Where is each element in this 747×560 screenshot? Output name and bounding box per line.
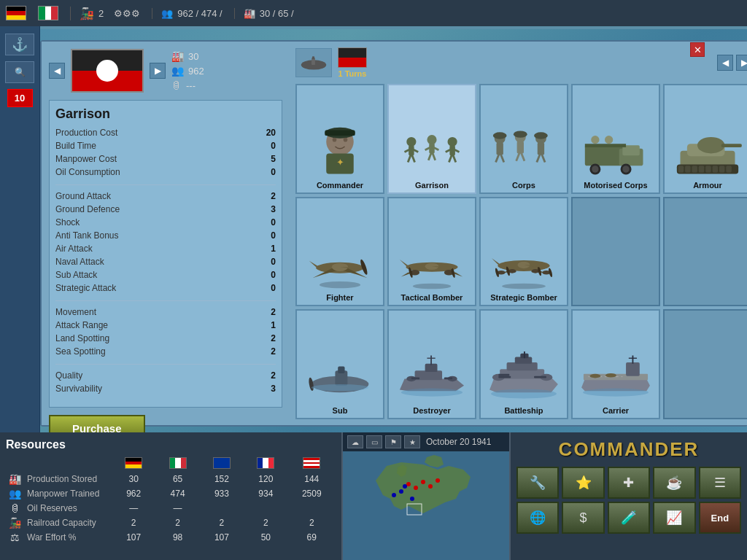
minimap-section: ☁ ▭ ⚑ ★ October 20 1941 — [343, 432, 511, 560]
resources-title: Resources — [6, 438, 336, 451]
minimap-canvas[interactable] — [343, 451, 509, 560]
unit-cell-armour-label: Armour — [693, 181, 722, 190]
unit-cell-motorised-label: Motorised Corps — [584, 181, 647, 190]
svg-point-101 — [401, 389, 462, 397]
res-ger: 962 — [112, 486, 155, 501]
minimap-star-btn[interactable]: ★ — [404, 435, 420, 448]
resources-row: 🛢 Oil Reserves — — — [6, 501, 336, 516]
res-icon: ⚖ — [10, 532, 20, 543]
svg-point-29 — [493, 132, 507, 139]
cmd-btn-end-turn[interactable]: End — [699, 502, 741, 534]
air-attack-value: 1 — [271, 242, 276, 255]
next-page-button[interactable]: ▶ — [736, 55, 747, 71]
svg-point-122 — [406, 482, 411, 486]
svg-point-129 — [410, 497, 414, 501]
res-ita: 474 — [155, 486, 199, 501]
motorised-image — [576, 125, 656, 179]
unit-cell-battleship[interactable]: Battleship — [479, 309, 568, 419]
train-icon: 🚂 — [80, 7, 94, 20]
resources-row: 🚂 Railroad Capacity 2 2 2 2 2 — [6, 516, 336, 530]
cmd-btn-health[interactable]: ✚ — [608, 467, 650, 499]
unit-cell-destroyer[interactable]: Destroyer — [387, 309, 476, 419]
res-fr: 2 — [244, 516, 287, 530]
res-us — [288, 501, 336, 516]
unit-cell-armour[interactable]: Armour — [663, 84, 747, 194]
air-attack-label: Air Attack — [55, 242, 93, 255]
manpower-stat-icon: 👥 — [171, 65, 184, 77]
armour-image — [667, 125, 747, 179]
resources-row: ⚖ War Effort % 107 98 107 50 69 — [6, 530, 336, 545]
prev-nation-button[interactable]: ◀ — [49, 63, 65, 79]
cmd-btn-supply[interactable]: ☕ — [653, 467, 695, 499]
unit-cell-motorised[interactable]: Motorised Corps — [571, 84, 660, 194]
cmd-btn-menu[interactable]: ☰ — [699, 467, 741, 499]
unit-cell-empty2 — [663, 197, 747, 307]
nation-selector: ◀ ▶ 🏭 30 👥 962 🛢 --- — [49, 49, 282, 93]
svg-rect-64 — [719, 166, 725, 172]
res-icon: 🏭 — [9, 473, 21, 485]
cmd-btn-research[interactable]: 🧪 — [608, 502, 650, 534]
naval-attack-label: Naval Attack — [55, 255, 104, 268]
unit-cell-empty1 — [571, 197, 660, 307]
res-ita: — — [155, 501, 199, 516]
svg-rect-114 — [626, 362, 640, 376]
unit-cell-fighter[interactable]: Fighter — [295, 197, 384, 307]
unit-cell-strategic-bomber[interactable]: Strategic Bomber — [479, 197, 568, 307]
flag-fr-header — [257, 457, 274, 469]
res-ger: — — [112, 501, 155, 516]
svg-rect-109 — [498, 374, 509, 376]
svg-rect-90 — [338, 367, 344, 373]
unit-cell-commander[interactable]: ✦ Commander — [295, 84, 384, 194]
flag-italy[interactable] — [38, 6, 58, 20]
svg-rect-62 — [705, 166, 711, 172]
unit-cell-sub[interactable]: Sub — [295, 309, 384, 419]
empty1-image — [576, 246, 656, 300]
cmd-btn-favorites[interactable]: ⭐ — [562, 467, 604, 499]
svg-point-34 — [514, 131, 527, 137]
res-us: 144 — [288, 472, 336, 486]
res-label: Oil Reserves — [24, 501, 112, 516]
unit-cell-tactical-bomber[interactable]: Tactical Bomber — [387, 197, 476, 307]
svg-rect-60 — [692, 166, 697, 172]
battleship-image — [484, 350, 564, 405]
cmd-btn-world[interactable]: 🌐 — [516, 502, 559, 534]
unit-cell-corps[interactable]: Corps — [479, 84, 568, 194]
land-spotting-label: Land Spotting — [55, 332, 109, 345]
resource-section: 🏭 30 / 65 / — [234, 8, 294, 19]
garrison-image — [392, 125, 472, 179]
minimap-flag-btn[interactable]: ⚑ — [385, 435, 401, 448]
empty2-image — [667, 246, 747, 300]
unit-cell-garrison[interactable]: Garrison — [387, 84, 476, 194]
cmd-btn-economy[interactable]: $ — [562, 502, 604, 534]
production-stat-icon: 🏭 — [171, 50, 184, 62]
minimap-cloud-btn[interactable]: ☁ — [347, 435, 363, 448]
res-fr — [244, 501, 287, 516]
oil-consumption-label: Oil Consumption — [55, 166, 120, 179]
land-spotting-value: 2 — [271, 332, 276, 345]
svg-rect-98 — [411, 378, 419, 380]
next-nation-button[interactable]: ▶ — [150, 63, 166, 79]
train-count: 2 — [98, 8, 104, 19]
res-icon: 👥 — [9, 488, 21, 499]
ground-defence-value: 3 — [271, 203, 276, 216]
attack-range-label: Attack Range — [55, 319, 108, 332]
top-bar: 🚂 2 ⚙⚙⚙ 👥 962 / 474 / 🏭 30 / 65 / — [0, 0, 747, 26]
production-cost-label: Production Cost — [55, 126, 117, 139]
strategic-attack-value: 0 — [271, 281, 276, 295]
svg-point-8 — [344, 137, 348, 141]
minimap-map-btn[interactable]: ▭ — [366, 435, 382, 448]
manpower-value: 962 / 474 / — [177, 8, 222, 19]
resources-section: Resources 🏭 Production Stored 30 65 152 — [0, 432, 343, 560]
unit-cell-carrier[interactable]: Carrier — [571, 309, 660, 419]
svg-point-125 — [428, 484, 433, 489]
close-button[interactable]: ✕ — [690, 42, 705, 57]
flag-germany[interactable] — [6, 6, 26, 20]
commander-buttons: 🔧⭐✚☕☰🌐$🧪📈End — [516, 467, 741, 534]
minimap-date: October 20 1941 — [426, 437, 491, 447]
cmd-btn-settings[interactable]: 🔧 — [516, 467, 559, 499]
right-panel-top: 1 Turns ◀ ▶ — [295, 47, 747, 78]
svg-point-69 — [320, 281, 360, 288]
cmd-btn-stats[interactable]: 📈 — [653, 502, 695, 534]
manpower-cost-label: Manpower Cost — [55, 152, 117, 166]
prev-page-button[interactable]: ◀ — [717, 55, 733, 71]
